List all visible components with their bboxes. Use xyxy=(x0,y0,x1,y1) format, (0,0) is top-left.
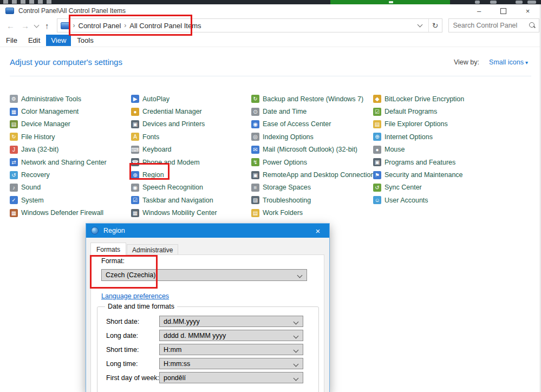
refresh-button[interactable]: ↻ xyxy=(428,19,442,32)
cp-item-speech-recognition[interactable]: ◉Speech Recognition xyxy=(131,181,217,194)
cp-item-label: Internet Options xyxy=(384,133,433,141)
cp-item-file-explorer-options[interactable]: ▤File Explorer Options xyxy=(373,118,464,130)
cp-item-network-and-sharing-center[interactable]: ⇄Network and Sharing Center xyxy=(10,156,107,168)
cp-item-label: Security and Maintenance xyxy=(384,171,463,179)
cp-item-java-32-bit[interactable]: JJava (32-bit) xyxy=(10,143,107,156)
short-time-label: Short time: xyxy=(106,346,159,354)
cp-item-autoplay[interactable]: ▶AutoPlay xyxy=(131,93,217,105)
cp-item-remoteapp-and-desktop-connections[interactable]: ▣RemoteApp and Desktop Connections xyxy=(251,168,378,181)
color-management-icon: ▦ xyxy=(10,108,18,116)
address-dropdown-chevron-icon[interactable] xyxy=(417,22,422,28)
cp-item-keyboard[interactable]: ⌨Keyboard xyxy=(131,143,217,156)
cp-item-security-and-maintenance[interactable]: ⚑Security and Maintenance xyxy=(373,168,464,181)
backup-restore-icon: ↻ xyxy=(251,95,259,103)
cp-item-work-folders[interactable]: ▤Work Folders xyxy=(251,207,378,219)
internet-options-icon: ⊕ xyxy=(373,133,381,141)
cp-item-label: Sync Center xyxy=(384,184,422,191)
search-input[interactable]: Search Control Panel xyxy=(448,18,539,32)
cp-item-label: Work Folders xyxy=(263,209,303,217)
recent-pages-chevron-icon[interactable] xyxy=(34,22,40,28)
cp-item-devices-and-printers[interactable]: ▣Devices and Printers xyxy=(131,118,217,130)
cp-item-mouse[interactable]: ●Mouse xyxy=(373,143,464,156)
cp-item-label: User Accounts xyxy=(384,197,428,204)
cp-item-sound[interactable]: ♪Sound xyxy=(10,181,107,194)
storage-spaces-icon: ≡ xyxy=(251,184,259,192)
cp-item-troubleshooting[interactable]: ▨Troubleshooting xyxy=(251,194,378,206)
browser-icon-remnant xyxy=(475,1,480,4)
cp-item-date-and-time[interactable]: ⊙Date and Time xyxy=(251,105,378,117)
cp-item-label: Mail (Microsoft Outlook) (32-bit) xyxy=(263,146,357,153)
cp-item-label: BitLocker Drive Encryption xyxy=(384,95,464,103)
minimize-button[interactable]: – xyxy=(467,4,491,17)
mouse-icon: ● xyxy=(373,146,381,154)
forward-button[interactable]: → xyxy=(21,21,29,30)
cp-item-windows-mobility-center[interactable]: ▦Windows Mobility Center xyxy=(131,207,217,219)
menu-edit[interactable]: Edit xyxy=(23,35,45,46)
back-button[interactable]: ← xyxy=(6,21,15,30)
cp-item-label: Device Manager xyxy=(21,120,70,128)
cp-item-credential-manager[interactable]: ●Credential Manager xyxy=(131,105,217,117)
cp-item-indexing-options[interactable]: ◎Indexing Options xyxy=(251,130,378,143)
cp-item-fonts[interactable]: AFonts xyxy=(131,130,217,143)
group-title: Date and time formats xyxy=(105,303,177,310)
cp-item-default-programs[interactable]: ☑Default Programs xyxy=(373,105,464,117)
cp-item-power-options[interactable]: ↯Power Options xyxy=(251,156,378,168)
bitlocker-icon: ◆ xyxy=(373,95,381,103)
cp-item-taskbar-and-navigation[interactable]: ☑Taskbar and Navigation xyxy=(131,194,217,206)
cp-item-ease-of-access-center[interactable]: ◉Ease of Access Center xyxy=(251,118,378,130)
menu-file[interactable]: File xyxy=(1,35,22,46)
cp-item-sync-center[interactable]: ↺Sync Center xyxy=(373,181,464,194)
cp-item-label: Color Management xyxy=(21,108,79,115)
cp-item-internet-options[interactable]: ⊕Internet Options xyxy=(373,130,464,143)
cp-item-programs-and-features[interactable]: ▣Programs and Features xyxy=(373,156,464,168)
sound-icon: ♪ xyxy=(10,184,18,192)
cp-item-bitlocker-drive-encryption[interactable]: ◆BitLocker Drive Encryption xyxy=(373,93,464,105)
cp-item-mail-microsoft-outlook-32-bit[interactable]: ✉Mail (Microsoft Outlook) (32-bit) xyxy=(251,143,378,156)
keyboard-icon: ⌨ xyxy=(131,146,139,154)
maximize-button[interactable] xyxy=(491,4,516,17)
cp-item-label: Troubleshooting xyxy=(263,197,311,204)
tab-formats[interactable]: Formats xyxy=(90,243,126,256)
short-date-label: Short date: xyxy=(106,318,159,325)
control-panel-icon xyxy=(5,8,14,14)
credential-manager-icon: ● xyxy=(131,108,139,116)
cp-item-color-management[interactable]: ▦Color Management xyxy=(10,105,107,117)
cp-item-label: System xyxy=(21,197,44,204)
cp-item-storage-spaces[interactable]: ≡Storage Spaces xyxy=(251,181,378,194)
menu-tools[interactable]: Tools xyxy=(72,35,98,46)
cp-item-label: Network and Sharing Center xyxy=(21,159,107,166)
date-time-icon: ⊙ xyxy=(251,108,259,116)
browser-text-remnant xyxy=(3,0,52,4)
menu-view[interactable]: View xyxy=(46,35,71,46)
up-button[interactable]: ↑ xyxy=(45,21,49,30)
chevron-down-icon xyxy=(297,273,303,278)
cp-item-user-accounts[interactable]: ☺User Accounts xyxy=(373,194,464,206)
cp-item-label: AutoPlay xyxy=(142,95,170,103)
dialog-close-button[interactable]: × xyxy=(307,224,329,238)
cp-item-recovery[interactable]: ↺Recovery xyxy=(10,168,107,181)
short-time-select[interactable]: H:mm xyxy=(159,344,303,355)
cp-item-administrative-tools[interactable]: ⚙Administrative Tools xyxy=(10,93,107,105)
cp-item-file-history[interactable]: ↻File History xyxy=(10,130,107,143)
chevron-down-icon xyxy=(294,376,299,381)
cp-item-backup-and-restore-windows-7[interactable]: ↻Backup and Restore (Windows 7) xyxy=(251,93,378,105)
cp-item-label: Backup and Restore (Windows 7) xyxy=(263,95,363,103)
remoteapp-icon: ▣ xyxy=(251,171,259,179)
region-dialog: Region × FormatsAdministrative Format: C… xyxy=(86,223,330,392)
short-date-select[interactable]: dd.MM.yyyy xyxy=(159,316,303,327)
programs-features-icon: ▣ xyxy=(373,158,381,166)
long-time-select[interactable]: H:mm:ss xyxy=(159,358,303,369)
cp-item-windows-defender-firewall[interactable]: ▦Windows Defender Firewall xyxy=(10,207,107,219)
content-header: Adjust your computer's settings View by:… xyxy=(0,47,540,79)
cp-item-device-manager[interactable]: ▤Device Manager xyxy=(10,118,107,130)
close-button[interactable]: × xyxy=(516,4,540,17)
language-preferences-link[interactable]: Language preferences xyxy=(101,292,169,300)
cp-item-system[interactable]: ✓System xyxy=(10,194,107,206)
annotation-region-highlight xyxy=(129,163,170,180)
view-by-dropdown[interactable]: Small icons▾ xyxy=(489,58,528,66)
cp-item-label: Recovery xyxy=(21,171,50,179)
first-day-of-week-select[interactable]: pondělí xyxy=(159,372,303,383)
cp-item-label: Keyboard xyxy=(142,146,172,153)
long-date-select[interactable]: dddd d. MMMM yyyy xyxy=(159,330,303,341)
mobility-center-icon: ▦ xyxy=(131,209,139,217)
